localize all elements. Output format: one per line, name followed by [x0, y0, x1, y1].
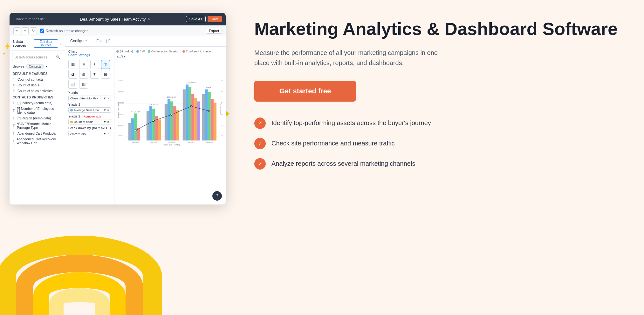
- description: Measure the performance of all your mark…: [254, 48, 451, 68]
- browse-row: Browse: Contacts ▼: [10, 64, 65, 70]
- x-axis-close-icon[interactable]: ×: [107, 97, 109, 100]
- refresh-button[interactable]: ↻: [30, 27, 37, 34]
- svg-rect-40: [188, 87, 191, 141]
- redo-button[interactable]: ↪: [22, 27, 29, 34]
- measure-label: Count of sales activities: [17, 89, 52, 93]
- left-panel: ✦ ✦ ‹ Back to reports list Deal Amount b…: [0, 0, 235, 315]
- chart-type-grid: ▦≡⌇◫◕◍①⊞📊▥: [68, 60, 111, 89]
- browse-dropdown-icon[interactable]: ▼: [45, 65, 48, 68]
- cta-button[interactable]: Get started free: [254, 81, 356, 102]
- star-decoration-2: ✦: [2, 51, 6, 57]
- sidebar-property-item[interactable]: TAbandoned Cart Recovery Workflow Con...: [10, 136, 65, 146]
- svg-rect-39: [186, 84, 188, 140]
- sidebar-header: 3 data sources Edit data sources «: [10, 39, 65, 50]
- y-axis2-close-icon[interactable]: ×: [107, 120, 109, 124]
- config-panel: Chart Chart Settings ▦≡⌇◫◕◍①⊞📊▥ X-axis C…: [65, 47, 114, 204]
- svg-point-51: [135, 130, 136, 131]
- sidebar-measure-item[interactable]: #Count of deals: [10, 82, 65, 88]
- feature-item: ✓ Analyze reports across several marketi…: [254, 158, 622, 170]
- collapse-sidebar-icon[interactable]: «: [59, 41, 62, 46]
- breakdown-close-icon[interactable]: ×: [107, 132, 109, 135]
- x-axis-dropdown-icon: ▼: [103, 97, 106, 100]
- sidebar: 3 data sources Edit data sources « 🔍 Bro…: [10, 36, 65, 204]
- svg-text:1,250,000: 1,250,000: [117, 91, 124, 93]
- svg-rect-48: [211, 99, 214, 141]
- main-title: Marketing Analytics & Dashboard Software: [254, 19, 622, 39]
- svg-rect-27: [149, 106, 152, 141]
- chart-type-histogram-chart[interactable]: 📊: [68, 80, 77, 89]
- chart-legend: (No value)CallConversation SessionEmail …: [116, 50, 223, 53]
- legend-label: (No value): [120, 50, 133, 53]
- sidebar-property-item[interactable]: T[*] Region (demo data): [10, 115, 65, 121]
- measure-label: Count of deals: [17, 83, 39, 87]
- sidebar-property-item[interactable]: TAbandoned Cart Products: [10, 131, 65, 136]
- property-label: [*] Number of Employees (demo data): [17, 107, 62, 114]
- refresh-checkbox[interactable]: [40, 29, 44, 33]
- remove-axis-button[interactable]: Remove axis: [84, 115, 101, 118]
- chart-type-line-chart[interactable]: ≡: [79, 60, 88, 69]
- svg-rect-30: [158, 119, 161, 140]
- undo-button[interactable]: ↩: [13, 27, 20, 34]
- sidebar-property-item[interactable]: T[*] Number of Employees (demo data): [10, 106, 65, 115]
- legend-dot: [136, 50, 139, 53]
- toolbar: ↩ ↪ ↻ Refresh as I make changes Export: [10, 25, 226, 36]
- help-button[interactable]: ?: [212, 191, 222, 201]
- browse-contacts-tag[interactable]: Contacts: [26, 64, 44, 69]
- svg-text:820,167.39: 820,167.39: [149, 104, 158, 105]
- chart-type-bar-chart[interactable]: ▦: [68, 60, 77, 69]
- feature-item: ✓ Identify top-performing assets across …: [254, 117, 622, 129]
- x-axis-select[interactable]: Close date - Monthly ▼ ×: [68, 96, 111, 101]
- svg-rect-38: [183, 89, 186, 140]
- search-input[interactable]: [12, 53, 62, 61]
- svg-text:250,000: 250,000: [118, 135, 124, 137]
- breakdown-select[interactable]: Activity type ▼ ×: [68, 131, 111, 136]
- svg-rect-32: [165, 104, 168, 140]
- svg-text:Feb 2021: Feb 2021: [206, 141, 213, 143]
- y-axis2-dropdown-icon: ▼: [103, 120, 106, 124]
- chart-type-combo-chart[interactable]: ◫: [101, 60, 110, 69]
- property-label: *SAVE*Smarttel Mobile Package Type: [17, 122, 62, 130]
- tab-filter[interactable]: Filter (1): [92, 36, 115, 46]
- legend-item: (No value): [116, 50, 133, 53]
- svg-text:1,000,000: 1,000,000: [117, 102, 124, 104]
- save-button[interactable]: Save: [208, 16, 222, 22]
- chart-type-number-chart[interactable]: ①: [90, 70, 99, 79]
- app-window: ‹ Back to reports list Deal Amount by Sa…: [10, 13, 226, 204]
- sidebar-property-item[interactable]: T*SAVE*Smarttel Mobile Package Type: [10, 121, 65, 131]
- legend-dot: [116, 50, 119, 53]
- back-to-reports[interactable]: ‹ Back to reports list: [13, 17, 45, 21]
- measure-icon: #: [13, 89, 16, 93]
- edit-title-icon[interactable]: ✎: [147, 17, 150, 21]
- y-axis2-select[interactable]: Count of deals ▼ ×: [68, 119, 111, 124]
- title-bar: ‹ Back to reports list Deal Amount by Sa…: [10, 13, 226, 25]
- sidebar-property-item[interactable]: T[*] Industry (demo data): [10, 100, 65, 106]
- svg-rect-36: [176, 110, 179, 140]
- chart-type-area-chart[interactable]: ⌇: [90, 60, 99, 69]
- svg-rect-22: [131, 118, 134, 141]
- chart-type-donut-chart[interactable]: ◍: [79, 70, 88, 79]
- svg-rect-47: [208, 92, 211, 140]
- chart-type-pie-chart[interactable]: ◕: [68, 70, 77, 79]
- tab-configure[interactable]: Configure: [65, 36, 92, 46]
- svg-text:600: 600: [221, 91, 223, 93]
- property-icon: T: [13, 109, 15, 112]
- svg-text:100: 100: [221, 135, 223, 137]
- save-as-button[interactable]: Save As: [186, 16, 206, 22]
- chart-settings-link[interactable]: Chart Settings: [68, 53, 111, 57]
- sidebar-measure-item[interactable]: #Count of contacts: [10, 77, 65, 82]
- edit-sources-button[interactable]: Edit data sources: [34, 39, 58, 48]
- svg-text:700: 700: [221, 79, 223, 81]
- chart-type-pivot-chart[interactable]: ▥: [79, 80, 88, 89]
- sidebar-measure-item[interactable]: #Count of sales activities: [10, 88, 65, 94]
- x-axis-label: X-axis: [68, 91, 111, 95]
- svg-text:750,000: 750,000: [118, 113, 124, 115]
- chart-type-table-chart[interactable]: ⊞: [101, 70, 110, 79]
- y-axis-label: Y-axis 1: [68, 103, 111, 106]
- feature-text: Check site performance and measure traff…: [271, 140, 395, 147]
- export-button[interactable]: Export: [206, 28, 222, 34]
- y-axis-select[interactable]: Average Deal Amount ▼ ×: [68, 107, 111, 113]
- y-axis2-dot: [70, 121, 73, 123]
- search-icon: 🔍: [56, 55, 60, 59]
- svg-rect-46: [205, 89, 208, 140]
- y-axis-close-icon[interactable]: ×: [107, 108, 109, 112]
